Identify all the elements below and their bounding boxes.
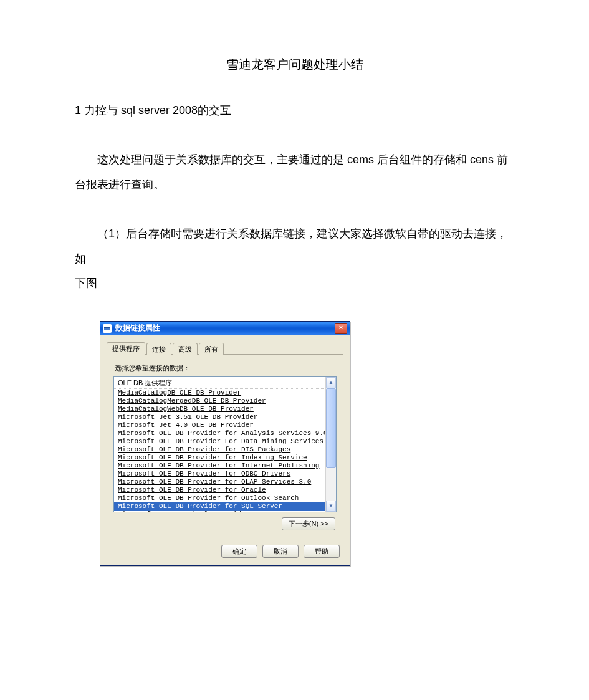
- list-item[interactable]: MediaCatalogMergedDB OLE DB Provider: [114, 397, 325, 405]
- tab-advanced[interactable]: 高级: [173, 343, 198, 355]
- scroll-down-button[interactable]: ▼: [326, 501, 336, 512]
- chevron-down-icon: ▼: [328, 503, 333, 509]
- provider-listbox[interactable]: OLE DB 提供程序 MediaCatalogDB OLE DB Provid…: [113, 376, 337, 512]
- list-item[interactable]: Microsoft OLE DB Provider for Indexing S…: [114, 454, 325, 462]
- scroll-track[interactable]: [326, 388, 336, 501]
- list-item[interactable]: Microsoft Jet 3.51 OLE DB Provider: [114, 413, 325, 421]
- document-page: 雪迪龙客户问题处理小结 1 力控与 sql server 2008的交互 这次处…: [0, 0, 589, 700]
- list-item[interactable]: Microsoft OLE DB Simple Provider: [114, 511, 325, 512]
- list-item[interactable]: Microsoft OLE DB Provider for Analysis S…: [114, 429, 325, 438]
- chevron-up-icon: ▲: [328, 380, 333, 385]
- list-item[interactable]: Microsoft OLE DB Provider for Internet P…: [114, 462, 325, 470]
- dialog-titlebar[interactable]: 数据链接属性 ×: [100, 322, 350, 335]
- close-button[interactable]: ×: [335, 323, 347, 334]
- list-item[interactable]: Microsoft OLE DB Provider for Oracle: [114, 486, 325, 494]
- data-link-properties-dialog: 数据链接属性 × 提供程序 连接 高级 所有 选择您希望连接的数据：: [100, 321, 350, 566]
- list-column-header: OLE DB 提供程序: [114, 377, 325, 389]
- dialog-title: 数据链接属性: [115, 323, 160, 333]
- embedded-screenshot: 数据链接属性 × 提供程序 连接 高级 所有 选择您希望连接的数据：: [100, 321, 514, 566]
- scroll-thumb[interactable]: [326, 388, 336, 468]
- dialog-button-row: 确定 取消 帮助: [107, 544, 343, 558]
- paragraph-2-line2: 下图: [75, 277, 97, 289]
- list-item[interactable]: Microsoft OLE DB Provider for DTS Packag…: [114, 446, 325, 454]
- vertical-scrollbar[interactable]: ▲ ▼: [325, 377, 336, 512]
- help-button[interactable]: 帮助: [304, 545, 340, 558]
- list-item[interactable]: Microsoft OLE DB Provider for OLAP Servi…: [114, 478, 325, 486]
- section-heading-1: 1 力控与 sql server 2008的交互: [75, 103, 514, 118]
- svg-rect-1: [104, 327, 110, 328]
- list-item[interactable]: Microsoft Jet 4.0 OLE DB Provider: [114, 421, 325, 429]
- tab-provider[interactable]: 提供程序: [107, 342, 145, 355]
- provider-list[interactable]: OLE DB 提供程序 MediaCatalogDB OLE DB Provid…: [114, 377, 325, 512]
- tabstrip: 提供程序 连接 高级 所有: [107, 342, 343, 355]
- next-button[interactable]: 下一步(N) >>: [282, 517, 335, 530]
- document-title: 雪迪龙客户问题处理小结: [75, 56, 514, 73]
- list-item[interactable]: Microsoft OLE DB Provider for Outlook Se…: [114, 494, 325, 502]
- ok-button[interactable]: 确定: [221, 545, 257, 558]
- paragraph-2-line1: （1）后台存储时需要进行关系数据库链接，建议大家选择微软自带的驱动去连接，如: [75, 228, 507, 265]
- paragraph-2: （1）后台存储时需要进行关系数据库链接，建议大家选择微软自带的驱动去连接，如 下…: [75, 222, 514, 296]
- list-item[interactable]: MediaCatalogDB OLE DB Provider: [114, 389, 325, 397]
- tab-panel-provider: 选择您希望连接的数据： OLE DB 提供程序 MediaCatalogDB O…: [107, 355, 343, 537]
- window-icon: [103, 324, 112, 333]
- scroll-up-button[interactable]: ▲: [326, 377, 336, 388]
- paragraph-1: 这次处理问题于关系数据库的交互，主要通过的是 cems 后台组件的存储和 cen…: [75, 148, 514, 197]
- list-item[interactable]: Microsoft OLE DB Provider For Data Minin…: [114, 438, 325, 446]
- prompt-label: 选择您希望连接的数据：: [115, 363, 337, 373]
- list-item[interactable]: Microsoft OLE DB Provider for ODBC Drive…: [114, 470, 325, 478]
- next-button-row: 下一步(N) >>: [113, 517, 335, 530]
- tab-connection[interactable]: 连接: [146, 343, 171, 355]
- list-item[interactable]: MediaCatalogWebDB OLE DB Provider: [114, 405, 325, 413]
- cancel-button[interactable]: 取消: [262, 545, 299, 558]
- dialog-body: 提供程序 连接 高级 所有 选择您希望连接的数据： OLE DB 提供程序 Me…: [100, 335, 350, 565]
- close-icon: ×: [339, 324, 343, 331]
- tab-all[interactable]: 所有: [199, 343, 224, 355]
- list-item[interactable]: Microsoft OLE DB Provider for SQL Server: [114, 502, 325, 511]
